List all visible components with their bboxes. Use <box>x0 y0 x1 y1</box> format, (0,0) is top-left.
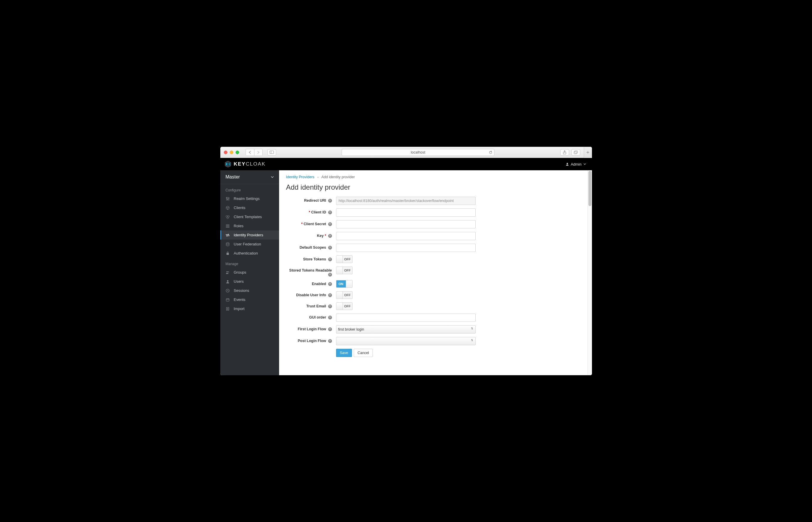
svg-rect-0 <box>270 151 273 154</box>
sidebar-item-events[interactable]: Events <box>220 295 279 304</box>
help-icon[interactable]: ? <box>328 258 332 261</box>
sidebar-item-sessions[interactable]: Sessions <box>220 286 279 295</box>
svg-point-10 <box>226 197 227 198</box>
sidebar-item-clients[interactable]: Clients <box>220 203 279 212</box>
svg-point-9 <box>566 163 568 164</box>
sidebar-item-groups[interactable]: Groups <box>220 268 279 277</box>
save-button[interactable]: Save <box>336 349 352 357</box>
chevron-left-icon <box>249 151 251 154</box>
help-icon[interactable]: ? <box>328 199 332 203</box>
vertical-scrollbar[interactable] <box>587 170 592 375</box>
scrollbar-thumb[interactable] <box>588 171 592 206</box>
keycloak-icon <box>224 160 232 168</box>
sidebar: Master Configure Realm Settings Clients … <box>220 170 279 375</box>
svg-point-17 <box>227 280 228 282</box>
label-disable-user-info: Disable User Info ? <box>286 291 336 297</box>
new-tab-button[interactable] <box>584 147 592 158</box>
help-icon[interactable]: ? <box>328 222 332 226</box>
label-gui-order: GUI order ? <box>286 314 336 319</box>
forward-button[interactable] <box>254 149 262 156</box>
label-redirect-uri: Redirect URI ? <box>286 197 336 203</box>
user-menu[interactable]: Admin <box>565 162 586 166</box>
window-minimize-icon[interactable] <box>230 150 233 154</box>
svg-rect-14 <box>227 253 229 255</box>
cubes-icon <box>226 215 230 219</box>
default-scopes-field[interactable] <box>336 244 476 252</box>
cancel-button[interactable]: Cancel <box>354 349 373 357</box>
svg-rect-19 <box>226 299 229 301</box>
store-tokens-toggle[interactable]: OFF <box>336 256 352 263</box>
sidebar-icon <box>270 150 274 154</box>
redirect-uri-field[interactable] <box>336 197 476 205</box>
brand-logo[interactable]: KEYCLOAK <box>224 160 266 168</box>
breadcrumb-parent[interactable]: Identity Providers <box>286 175 315 179</box>
client-id-field[interactable] <box>336 208 476 217</box>
sidebar-item-identity-providers[interactable]: Identity Providers <box>220 230 279 240</box>
sidebar-item-label: Users <box>234 279 244 284</box>
help-icon[interactable]: ? <box>328 316 332 319</box>
section-manage: Manage <box>220 258 279 268</box>
user-name: Admin <box>571 162 582 166</box>
sidebar-item-label: Clients <box>234 205 246 210</box>
back-button[interactable] <box>246 149 254 156</box>
help-icon[interactable]: ? <box>328 273 332 277</box>
label-client-secret: * Client Secret ? <box>286 220 336 226</box>
list-icon <box>226 224 230 228</box>
help-icon[interactable]: ? <box>328 282 332 286</box>
clock-icon <box>226 288 230 293</box>
sidebar-item-users[interactable]: Users <box>220 277 279 286</box>
reload-icon[interactable] <box>489 150 492 154</box>
svg-point-13 <box>226 242 229 244</box>
help-icon[interactable]: ? <box>328 293 332 297</box>
app-body: Master Configure Realm Settings Clients … <box>220 170 592 375</box>
sidebar-item-client-templates[interactable]: Client Templates <box>220 212 279 221</box>
trust-email-toggle[interactable]: OFF <box>336 302 352 310</box>
user-icon <box>226 280 230 284</box>
import-icon <box>226 307 230 311</box>
help-icon[interactable]: ? <box>328 339 332 343</box>
lock-icon <box>226 251 230 256</box>
stored-tokens-readable-toggle[interactable]: OFF <box>336 266 352 274</box>
first-login-flow-select[interactable]: first broker login <box>336 325 476 334</box>
tabs-button[interactable] <box>572 149 580 156</box>
sidebar-toggle-button[interactable] <box>267 149 276 156</box>
help-icon[interactable]: ? <box>328 304 332 308</box>
sidebar-item-realm-settings[interactable]: Realm Settings <box>220 194 279 203</box>
sliders-icon <box>226 197 230 201</box>
address-bar[interactable]: localhost <box>342 149 495 156</box>
section-configure: Configure <box>220 184 279 194</box>
post-login-flow-select[interactable] <box>336 337 476 345</box>
realm-name: Master <box>226 174 240 180</box>
realm-selector[interactable]: Master <box>220 170 279 184</box>
chevron-right-icon <box>257 151 260 154</box>
brand-text: KEYCLOAK <box>234 161 266 167</box>
share-button[interactable] <box>560 149 569 156</box>
label-trust-email: Trust Email ? <box>286 302 336 308</box>
address-bar-wrap: localhost <box>278 149 558 156</box>
calendar-icon <box>226 298 230 302</box>
sidebar-item-authentication[interactable]: Authentication <box>220 249 279 258</box>
group-icon <box>226 270 230 275</box>
main-content: Identity Providers » Add identity provid… <box>279 170 592 375</box>
help-icon[interactable]: ? <box>328 210 332 214</box>
disable-user-info-toggle[interactable]: OFF <box>336 291 352 299</box>
window-close-icon[interactable] <box>224 150 227 154</box>
help-icon[interactable]: ? <box>328 234 332 238</box>
svg-rect-3 <box>574 152 577 154</box>
share-icon <box>563 150 566 155</box>
help-icon[interactable]: ? <box>328 327 332 331</box>
enabled-toggle[interactable]: ON <box>336 280 352 288</box>
key-field[interactable] <box>336 232 476 240</box>
sidebar-item-label: Groups <box>234 270 247 275</box>
sidebar-item-roles[interactable]: Roles <box>220 221 279 230</box>
page-title: Add identity provider <box>286 183 585 192</box>
sidebar-item-label: User Federation <box>234 242 261 246</box>
client-secret-field[interactable] <box>336 220 476 228</box>
sidebar-item-import[interactable]: Import <box>220 304 279 313</box>
help-icon[interactable]: ? <box>328 246 332 249</box>
breadcrumb-separator: » <box>317 176 319 179</box>
window-zoom-icon[interactable] <box>236 150 239 154</box>
gui-order-field[interactable] <box>336 314 476 322</box>
label-first-login-flow: First Login Flow ? <box>286 325 336 331</box>
sidebar-item-user-federation[interactable]: User Federation <box>220 240 279 249</box>
